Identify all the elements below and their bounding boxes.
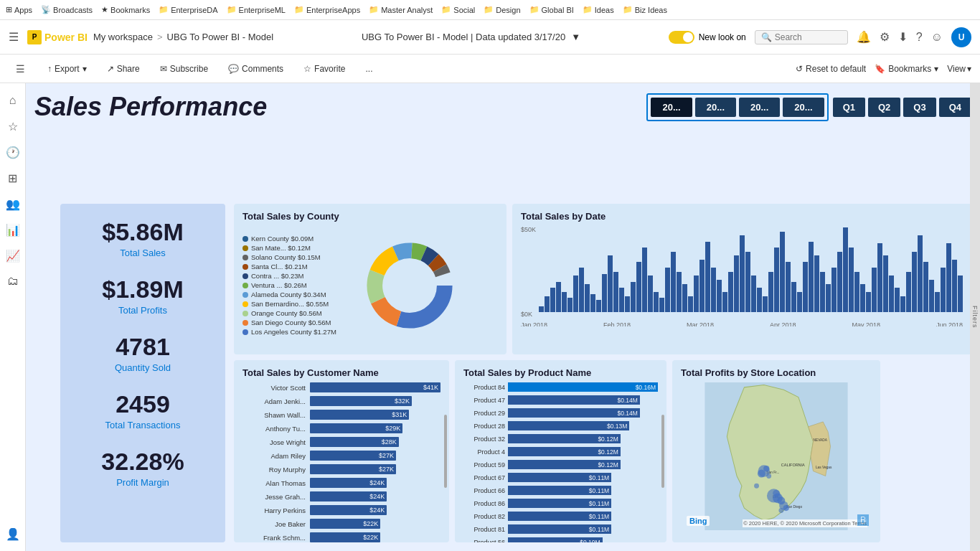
- legend-la: Los Angeles County $1.27M: [242, 328, 357, 336]
- product-label: Product 67: [463, 474, 505, 481]
- customer-label: Frank Schm...: [242, 534, 306, 542]
- bookmarks-enterpriseapps[interactable]: 📁 EnterpriseApps: [294, 5, 360, 14]
- reset-icon: ↺: [796, 64, 803, 74]
- scroll-indicator[interactable]: [444, 415, 447, 488]
- year-btn-3[interactable]: 20...: [739, 98, 780, 117]
- sidebar-recent-icon[interactable]: 🕐: [1, 141, 24, 164]
- date-bar: [642, 248, 647, 312]
- customer-bar-row: Shawn Wall... $31K: [242, 410, 440, 420]
- emoji-icon[interactable]: ☺: [931, 31, 943, 44]
- product-bar-row: Product 66 $0.11M: [463, 486, 658, 495]
- bookmarks-enterprisedna[interactable]: 📁 EnterpriseDA: [159, 5, 217, 14]
- svg-point-28: [778, 508, 783, 513]
- year-btn-1[interactable]: 20...: [651, 98, 692, 117]
- q4-btn[interactable]: Q4: [939, 98, 971, 117]
- favorite-button[interactable]: ☆ Favorite: [299, 61, 349, 77]
- date-bar: [567, 298, 573, 312]
- more-button[interactable]: ...: [361, 61, 377, 77]
- product-bar-row: Product 4 $0.12M: [463, 447, 658, 456]
- q2-btn[interactable]: Q2: [868, 98, 900, 117]
- hamburger-icon[interactable]: ☰: [9, 30, 19, 44]
- sidebar-metrics-icon[interactable]: 📈: [1, 244, 24, 267]
- kpi-profit-margin-label: Profit Margin: [72, 477, 214, 488]
- date-bar: [941, 268, 946, 312]
- new-look-toggle[interactable]: [669, 31, 694, 44]
- view-button[interactable]: View ▾: [947, 64, 971, 74]
- sidebar-workspaces-icon[interactable]: 🗂: [1, 270, 24, 293]
- date-bar: [705, 242, 710, 312]
- legend-ventura: Ventura ... $0.26M: [242, 281, 357, 289]
- year-btn-4[interactable]: 20...: [783, 98, 824, 117]
- donut-svg: [363, 239, 456, 332]
- date-bar: [768, 272, 773, 312]
- date-bar: [608, 255, 613, 312]
- export-icon: ↑: [47, 64, 52, 74]
- view-label: View: [947, 64, 966, 74]
- date-chart-panel[interactable]: Total Sales by Date $50K $0K Jan 2018 Fe…: [512, 204, 971, 354]
- date-bar: [677, 272, 682, 312]
- bookmarks-social[interactable]: 📁 Social: [441, 5, 475, 14]
- customer-label: Anthony Tu...: [242, 425, 306, 433]
- search-input[interactable]: [775, 32, 847, 42]
- product-bar-fill: $0.14M: [508, 408, 640, 418]
- bookmarks-dropdown-button[interactable]: 🔖 Bookmarks ▾: [875, 64, 938, 74]
- help-icon[interactable]: ?: [916, 31, 923, 44]
- bookmarks-apps[interactable]: ⊞ Apps: [6, 5, 32, 14]
- bookmarks-global-bi[interactable]: 📁 Global BI: [529, 5, 574, 14]
- sidebar-profile-icon[interactable]: 👤: [1, 522, 24, 545]
- bookmarks-biz-ideas[interactable]: 📁 Biz Ideas: [623, 5, 667, 14]
- bookmarks-design[interactable]: 📁 Design: [484, 5, 520, 14]
- settings-icon[interactable]: ⚙: [880, 30, 890, 44]
- filter-buttons: 20... 20... 20... 20... Q1 Q2 Q3 Q4: [646, 93, 971, 121]
- download-icon[interactable]: ⬇: [898, 30, 908, 44]
- svg-point-20: [763, 466, 769, 471]
- bookmarks-broadcasts[interactable]: 📡 Broadcasts: [41, 5, 93, 14]
- app-name: Power BI: [44, 32, 88, 43]
- bookmarks-master-analyst[interactable]: 📁 Master Analyst: [369, 5, 433, 14]
- q3-btn[interactable]: Q3: [903, 98, 936, 117]
- customer-bar-track: $41K: [310, 382, 440, 392]
- svg-point-19: [758, 470, 765, 478]
- sidebar-shared-icon[interactable]: 👥: [1, 192, 24, 215]
- product-scroll-indicator[interactable]: [661, 415, 664, 488]
- date-bar: [631, 282, 636, 312]
- date-bar: [831, 268, 837, 312]
- bell-icon[interactable]: 🔔: [857, 30, 871, 44]
- dropdown-icon[interactable]: ▼: [571, 32, 580, 42]
- subscribe-button[interactable]: ✉ Subscribe: [156, 61, 212, 77]
- date-bar: [837, 252, 842, 312]
- product-chart-panel[interactable]: Total Sales by Product Name Product 84 $…: [455, 360, 666, 542]
- export-chevron: ▾: [83, 64, 87, 74]
- workspace-link[interactable]: My workspace: [93, 32, 153, 42]
- filters-panel-handle[interactable]: Filters: [970, 83, 980, 551]
- bookmarks-enterpriseml[interactable]: 📁 EnterpriseML: [227, 5, 286, 14]
- sidebar-home-icon[interactable]: ⌂: [1, 89, 24, 112]
- map-panel[interactable]: Total Profits by Store Location CALIFORN…: [672, 360, 880, 542]
- avatar[interactable]: U: [951, 27, 971, 47]
- page-title[interactable]: UBG To Power BI - Model: [167, 32, 274, 42]
- main-header: ☰ P Power BI My workspace > UBG To Power…: [0, 20, 980, 55]
- share-button[interactable]: ↗ Share: [103, 61, 144, 77]
- bookmarks-bookmarks[interactable]: ★ Bookmarks: [101, 5, 150, 14]
- year-btn-2[interactable]: 20...: [695, 98, 736, 117]
- search-box[interactable]: 🔍: [755, 30, 848, 44]
- customer-chart-panel[interactable]: Total Sales by Customer Name Victor Scot…: [234, 360, 449, 542]
- sidebar-apps-icon[interactable]: ⊞: [1, 166, 24, 189]
- reset-button[interactable]: ↺ Reset to default: [796, 64, 866, 74]
- toolbar-menu-icon[interactable]: ☰: [9, 57, 32, 80]
- bookmarks-ideas[interactable]: 📁 Ideas: [583, 5, 614, 14]
- data-updated-label: UBG To Power BI - Model | Data updated 3…: [362, 32, 565, 42]
- donut-legend: Kern County $0.09M San Mate... $0.12M So…: [242, 235, 357, 336]
- comments-button[interactable]: 💬 Comments: [224, 61, 288, 77]
- sidebar-favorite-icon[interactable]: ☆: [1, 115, 24, 138]
- header-right: New look on 🔍 🔔 ⚙ ⬇ ? ☺ U: [669, 27, 971, 47]
- export-button[interactable]: ↑ Export ▾: [43, 61, 91, 77]
- q1-btn[interactable]: Q1: [833, 98, 865, 117]
- donut-chart-panel[interactable]: Total Sales by County Kern County $0.09M…: [234, 204, 507, 354]
- customer-bar-row: Adam Riley $27K: [242, 451, 440, 461]
- export-label: Export: [55, 64, 80, 74]
- sidebar-explore-icon[interactable]: 📊: [1, 218, 24, 241]
- date-bar: [550, 288, 555, 312]
- customer-bar-track: $22K: [310, 532, 440, 542]
- date-feb: Feb 2018: [603, 321, 631, 326]
